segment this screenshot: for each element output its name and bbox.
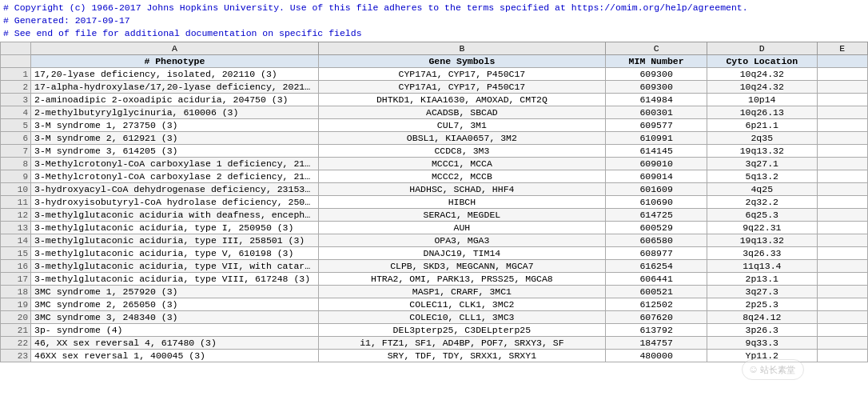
cyto-location-cell[interactable]: 4q25 [707, 183, 817, 196]
phenotype-cell[interactable]: 2-aminoadipic 2-oxoadipic aciduria, 2047… [31, 94, 319, 106]
phenotype-cell[interactable]: 3-methylglutaconic aciduria, type V, 610… [31, 247, 319, 260]
mim-number-cell[interactable]: 614725 [606, 209, 707, 222]
mim-number-cell[interactable]: 600301 [606, 106, 707, 119]
mim-number-cell[interactable]: 608977 [606, 247, 707, 260]
phenotype-cell[interactable]: 3-M syndrome 1, 273750 (3) [31, 119, 319, 132]
gene-symbols-cell[interactable]: CYP17A1, CYP17, P450C17 [318, 68, 606, 81]
mim-number-cell[interactable]: 613792 [606, 324, 707, 337]
row-number: 20 [1, 311, 31, 324]
gene-symbols-cell[interactable]: MCCC2, MCCB [318, 170, 606, 183]
gene-symbols-cell[interactable]: DHTKD1, KIAA1630, AMOXAD, CMT2Q [318, 94, 606, 106]
phenotype-cell[interactable]: 3p- syndrome (4) [31, 324, 319, 337]
cyto-location-cell[interactable]: 9q33.3 [707, 337, 817, 350]
row-number: 12 [1, 209, 31, 222]
phenotype-cell[interactable]: 3-methylglutaconic aciduria, type III, 2… [31, 234, 319, 247]
gene-symbols-cell[interactable]: OPA3, MGA3 [318, 234, 606, 247]
phenotype-cell[interactable]: 3-M syndrome 2, 612921 (3) [31, 132, 319, 145]
mim-number-cell[interactable]: 606580 [606, 234, 707, 247]
phenotype-cell[interactable]: 3-methylglutaconic aciduria, type VII, w… [31, 260, 319, 273]
mim-number-cell[interactable]: 601609 [606, 183, 707, 196]
cyto-location-cell[interactable]: 19q13.32 [707, 145, 817, 158]
mim-number-cell[interactable]: 610991 [606, 132, 707, 145]
mim-number-cell[interactable]: 616254 [606, 260, 707, 273]
cyto-location-cell[interactable]: 11q13.4 [707, 260, 817, 273]
mim-number-cell[interactable]: 607620 [606, 311, 707, 324]
gene-symbols-cell[interactable]: CCDC8, 3M3 [318, 145, 606, 158]
mim-number-cell[interactable]: 600521 [606, 286, 707, 298]
phenotype-cell[interactable]: 3-methylglutaconic aciduria with deafnes… [31, 209, 319, 222]
phenotype-cell[interactable]: 3MC syndrome 2, 265050 (3) [31, 298, 319, 311]
cyto-location-cell[interactable]: 10p14 [707, 94, 817, 106]
extra-cell [817, 94, 867, 106]
gene-symbols-cell[interactable]: DNAJC19, TIM14 [318, 247, 606, 260]
gene-symbols-cell[interactable]: SERAC1, MEGDEL [318, 209, 606, 222]
phenotype-cell[interactable]: 46XX sex reversal 1, 400045 (3) [31, 350, 319, 362]
gene-symbols-cell[interactable]: MCCC1, MCCA [318, 158, 606, 170]
phenotype-cell[interactable]: 17-alpha-hydroxylase/17,20-lyase deficie… [31, 81, 319, 94]
phenotype-cell[interactable]: 3MC syndrome 3, 248340 (3) [31, 311, 319, 324]
cyto-location-cell[interactable]: 9q22.31 [707, 222, 817, 234]
mim-number-cell[interactable]: 600529 [606, 222, 707, 234]
cyto-location-cell[interactable]: 3p26.3 [707, 324, 817, 337]
cyto-location-cell[interactable]: 2q32.2 [707, 196, 817, 209]
cyto-location-cell[interactable]: 3q27.1 [707, 158, 817, 170]
mim-number-cell[interactable]: 606441 [606, 273, 707, 286]
phenotype-cell[interactable]: 3MC syndrome 1, 257920 (3) [31, 286, 319, 298]
cyto-location-cell[interactable]: 6p21.1 [707, 119, 817, 132]
gene-symbols-cell[interactable]: CYP17A1, CYP17, P450C17 [318, 81, 606, 94]
row-number: 13 [1, 222, 31, 234]
cyto-location-cell[interactable]: 6q25.3 [707, 209, 817, 222]
mim-number-cell[interactable]: 609577 [606, 119, 707, 132]
phenotype-cell[interactable]: 3-M syndrome 3, 614205 (3) [31, 145, 319, 158]
mim-number-cell[interactable]: 480000 [606, 350, 707, 362]
cyto-location-cell[interactable]: 2p13.1 [707, 273, 817, 286]
phenotype-cell[interactable]: 3-hydroxyacyl-CoA dehydrogenase deficien… [31, 183, 319, 196]
mim-number-cell[interactable]: 609300 [606, 81, 707, 94]
table-row: 83-Methylcrotonyl-CoA carboxylase 1 defi… [1, 158, 868, 170]
gene-symbols-cell[interactable]: CUL7, 3M1 [318, 119, 606, 132]
table-row: 113-hydroxyisobutyryl-CoA hydrolase defi… [1, 196, 868, 209]
cyto-location-cell[interactable]: 10q24.32 [707, 81, 817, 94]
cyto-location-cell[interactable]: 2p25.3 [707, 298, 817, 311]
cyto-location-cell[interactable]: 8q24.12 [707, 311, 817, 324]
extra-cell [817, 132, 867, 145]
gene-symbols-cell[interactable]: SRY, TDF, TDY, SRXX1, SRXY1 [318, 350, 606, 362]
gene-symbols-cell[interactable]: OBSL1, KIAA0657, 3M2 [318, 132, 606, 145]
cyto-location-cell[interactable]: 19q13.32 [707, 234, 817, 247]
gene-symbols-cell[interactable]: ACADSB, SBCAD [318, 106, 606, 119]
mim-number-cell[interactable]: 609300 [606, 68, 707, 81]
extra-cell [817, 311, 867, 324]
cyto-location-cell[interactable]: 3q26.33 [707, 247, 817, 260]
phenotype-cell[interactable]: 3-Methylcrotonyl-CoA carboxylase 1 defic… [31, 158, 319, 170]
gene-symbols-cell[interactable]: CLPB, SKD3, MEGCANN, MGCA7 [318, 260, 606, 273]
gene-symbols-cell[interactable]: HIBCH [318, 196, 606, 209]
mim-number-cell[interactable]: 184757 [606, 337, 707, 350]
gene-symbols-cell[interactable]: DEL3pterp25, C3DELpterp25 [318, 324, 606, 337]
mim-number-cell[interactable]: 609014 [606, 170, 707, 183]
mim-number-cell[interactable]: 614145 [606, 145, 707, 158]
mim-number-cell[interactable]: 609010 [606, 158, 707, 170]
gene-symbols-cell[interactable]: HADHSC, SCHAD, HHF4 [318, 183, 606, 196]
gene-symbols-cell[interactable]: MASP1, CRARF, 3MC1 [318, 286, 606, 298]
cyto-location-cell[interactable]: 5q13.2 [707, 170, 817, 183]
gene-symbols-cell[interactable]: i1, FTZ1, SF1, AD4BP, POF7, SRXY3, SF [318, 337, 606, 350]
cyto-location-cell[interactable]: 2q35 [707, 132, 817, 145]
mim-number-cell[interactable]: 612502 [606, 298, 707, 311]
phenotype-cell[interactable]: 3-hydroxyisobutyryl-CoA hydrolase defici… [31, 196, 319, 209]
gene-symbols-cell[interactable]: COLEC10, CLL1, 3MC3 [318, 311, 606, 324]
gene-symbols-cell[interactable]: AUH [318, 222, 606, 234]
mim-number-cell[interactable]: 614984 [606, 94, 707, 106]
cyto-location-cell[interactable]: 3q27.3 [707, 286, 817, 298]
phenotype-cell[interactable]: 3-methylglutaconic aciduria, type I, 250… [31, 222, 319, 234]
phenotype-cell[interactable]: 17,20-lyase deficiency, isolated, 202110… [31, 68, 319, 81]
cyto-location-cell[interactable]: 10q24.32 [707, 68, 817, 81]
phenotype-cell[interactable]: 2-methylbutyrylglycinuria, 610006 (3) [31, 106, 319, 119]
extra-cell [817, 273, 867, 286]
gene-symbols-cell[interactable]: HTRA2, OMI, PARK13, PRSS25, MGCA8 [318, 273, 606, 286]
mim-number-cell[interactable]: 610690 [606, 196, 707, 209]
cyto-location-cell[interactable]: 10q26.13 [707, 106, 817, 119]
phenotype-cell[interactable]: 46, XX sex reversal 4, 617480 (3) [31, 337, 319, 350]
gene-symbols-cell[interactable]: COLEC11, CLK1, 3MC2 [318, 298, 606, 311]
phenotype-cell[interactable]: 3-methylglutaconic aciduria, type VIII, … [31, 273, 319, 286]
phenotype-cell[interactable]: 3-Methylcrotonyl-CoA carboxylase 2 defic… [31, 170, 319, 183]
